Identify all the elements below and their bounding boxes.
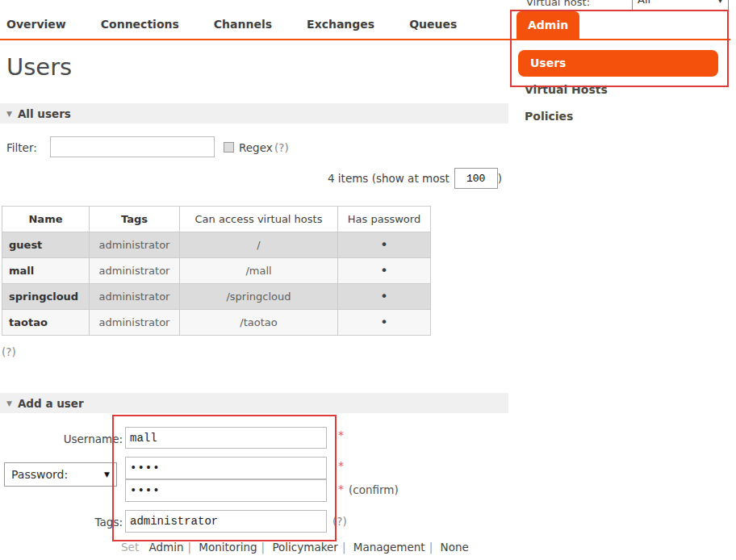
user-tags: administrator [90, 284, 180, 310]
col-header-has-password: Has password [338, 207, 431, 232]
tab-overview[interactable]: Overview [6, 18, 66, 31]
username-label: Username: [32, 433, 123, 445]
password-type-select[interactable]: Password: ▼ [4, 462, 117, 487]
sidebar-item-virtual-hosts[interactable]: Virtual Hosts [525, 83, 608, 96]
chevron-down-icon: ▼ [717, 0, 723, 4]
has-password-dot: • [338, 310, 431, 336]
main-nav: Overview Connections Channels Exchanges … [6, 18, 457, 31]
table-help-link[interactable]: (?) [2, 345, 16, 358]
add-user-section-header[interactable]: ▼ Add a user [0, 393, 508, 413]
tab-exchanges[interactable]: Exchanges [307, 18, 374, 31]
user-name-link[interactable]: taotao [2, 310, 90, 336]
sidebar-item-policies[interactable]: Policies [525, 110, 573, 123]
set-label: Set [121, 541, 139, 554]
table-row: springcloud administrator /springcloud • [2, 284, 431, 310]
password-confirm-field[interactable] [125, 479, 327, 502]
virtual-host-selected-value: All [638, 0, 650, 6]
set-tag-management[interactable]: Management [353, 541, 425, 554]
user-vhosts: /springcloud [180, 284, 338, 310]
all-users-section-header[interactable]: ▼ All users [0, 103, 508, 123]
items-summary-close-paren: ) [498, 172, 502, 185]
separator: | [188, 541, 192, 554]
set-tag-policymaker[interactable]: Policymaker [272, 541, 337, 554]
rabbitmq-admin-users-page: Virtual host: All ▼ Overview Connections… [0, 0, 736, 560]
tab-admin-active[interactable]: Admin [516, 11, 579, 40]
required-marker: * [338, 459, 344, 472]
tags-help-link[interactable]: (?) [332, 515, 347, 528]
has-password-dot: • [338, 284, 431, 310]
virtual-host-select[interactable]: All ▼ [632, 0, 729, 10]
set-tag-admin[interactable]: Admin [148, 541, 183, 554]
filter-label: Filter: [6, 141, 37, 154]
user-name-link[interactable]: guest [2, 232, 90, 258]
set-tag-none[interactable]: None [441, 541, 469, 554]
user-name-link[interactable]: springcloud [2, 284, 90, 310]
page-title: Users [6, 53, 72, 81]
password-field[interactable] [125, 457, 327, 479]
add-user-section-title: Add a user [18, 397, 84, 410]
has-password-dot: • [338, 258, 431, 284]
regex-checkbox[interactable] [224, 142, 234, 153]
collapse-triangle-icon: ▼ [6, 399, 12, 407]
table-row: taotao administrator /taotao • [2, 310, 431, 336]
table-row: guest administrator / • [2, 232, 431, 258]
user-name-link[interactable]: mall [2, 258, 90, 284]
set-tags-shortcuts: Set Admin| Monitoring| Policymaker| Mana… [121, 541, 469, 554]
user-vhosts: /taotao [180, 310, 338, 336]
set-tag-monitoring[interactable]: Monitoring [199, 541, 257, 554]
show-at-most-input[interactable] [454, 168, 498, 189]
items-summary-text: 4 items (show at most [328, 172, 450, 185]
table-header-row: Name Tags Can access virtual hosts Has p… [2, 207, 431, 232]
tab-channels[interactable]: Channels [214, 18, 272, 31]
password-type-selected-value: Password: [11, 468, 68, 481]
tab-queues[interactable]: Queues [409, 18, 457, 31]
user-tags: administrator [90, 232, 180, 258]
separator: | [342, 541, 346, 554]
collapse-triangle-icon: ▼ [6, 110, 12, 118]
virtual-host-label: Virtual host: [526, 0, 590, 8]
tab-connections[interactable]: Connections [101, 18, 179, 31]
user-tags: administrator [90, 310, 180, 336]
filter-input[interactable] [50, 136, 215, 157]
chevron-down-icon: ▼ [104, 470, 110, 479]
username-field[interactable] [125, 427, 327, 449]
user-vhosts: / [180, 232, 338, 258]
sidebar-item-users-selected[interactable]: Users [518, 50, 718, 77]
col-header-tags: Tags [90, 207, 180, 232]
items-summary-row: 4 items (show at most ) [242, 168, 502, 189]
required-marker: * [338, 428, 344, 441]
user-vhosts: /mall [180, 258, 338, 284]
nav-underline [0, 39, 730, 40]
tags-label: Tags: [32, 516, 123, 529]
col-header-vhosts: Can access virtual hosts [180, 207, 338, 232]
regex-help-link[interactable]: (?) [274, 141, 289, 154]
has-password-dot: • [338, 232, 431, 258]
tags-field[interactable] [125, 510, 327, 533]
all-users-section-title: All users [18, 107, 71, 120]
confirm-note: (confirm) [349, 483, 399, 496]
required-marker: * [338, 483, 344, 495]
separator: | [261, 541, 266, 554]
table-row: mall administrator /mall • [2, 258, 431, 284]
user-tags: administrator [90, 258, 180, 284]
col-header-name: Name [2, 207, 90, 232]
regex-label: Regex [239, 141, 273, 154]
separator: | [429, 541, 433, 554]
users-table: Name Tags Can access virtual hosts Has p… [2, 206, 431, 336]
